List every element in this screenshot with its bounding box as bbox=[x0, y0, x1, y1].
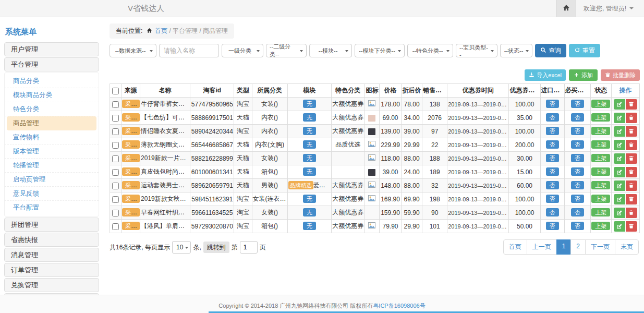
imported-toggle-button[interactable]: 否 bbox=[546, 167, 559, 176]
row-checkbox[interactable] bbox=[112, 101, 119, 108]
imported-toggle-button[interactable]: 否 bbox=[546, 195, 559, 203]
must-buy-toggle-button[interactable]: 否 bbox=[571, 181, 584, 189]
page-number-button[interactable]: 2 bbox=[570, 239, 586, 255]
sidebar-submenu-item[interactable]: 模块商品分类 bbox=[5, 88, 99, 102]
delete-button[interactable] bbox=[626, 221, 637, 232]
filter-select-feature-category[interactable]: --特色分类-- bbox=[407, 44, 453, 57]
edit-button[interactable] bbox=[614, 167, 625, 177]
status-button[interactable]: 上架 bbox=[591, 181, 610, 189]
edit-button[interactable] bbox=[614, 99, 625, 110]
filter-select-level1-category[interactable]: 一级分类 bbox=[222, 44, 263, 57]
must-buy-toggle-button[interactable]: 否 bbox=[571, 113, 584, 122]
sidebar-submenu-item[interactable]: 宣传物料 bbox=[5, 130, 99, 145]
status-button[interactable]: 上架 bbox=[591, 195, 610, 203]
batch-delete-button[interactable]: 批量删除 bbox=[601, 69, 640, 81]
jump-button[interactable]: 跳转到 bbox=[203, 242, 229, 253]
filter-select-data-source[interactable]: --数据来源-- bbox=[110, 44, 156, 57]
page-first-button[interactable]: 首页 bbox=[503, 239, 527, 255]
edit-button[interactable] bbox=[614, 126, 625, 137]
sidebar-group-item[interactable]: 消息管理 bbox=[4, 248, 99, 262]
must-buy-toggle-button[interactable]: 否 bbox=[571, 222, 584, 230]
sidebar-submenu-item-active[interactable]: 商品管理 bbox=[7, 116, 96, 130]
status-button[interactable]: 上架 bbox=[591, 222, 610, 230]
row-checkbox[interactable] bbox=[112, 115, 119, 122]
sidebar-group-item[interactable]: 省惠快报 bbox=[4, 233, 99, 247]
sidebar-group-item[interactable]: 平台管理 bbox=[4, 57, 99, 71]
sidebar-submenu-item[interactable]: 商品分类 bbox=[5, 74, 99, 88]
delete-button[interactable] bbox=[626, 208, 637, 218]
reset-button[interactable]: 重置 bbox=[569, 44, 600, 57]
page-number-button[interactable]: 1 bbox=[556, 239, 572, 255]
edit-button[interactable] bbox=[614, 221, 625, 232]
select-all-checkbox[interactable] bbox=[112, 88, 119, 94]
status-button[interactable]: 上架 bbox=[591, 127, 610, 135]
jump-page-input[interactable] bbox=[240, 241, 258, 254]
edit-button[interactable] bbox=[614, 208, 625, 218]
row-checkbox[interactable] bbox=[112, 196, 119, 203]
must-buy-toggle-button[interactable]: 否 bbox=[571, 140, 584, 149]
delete-button[interactable] bbox=[626, 167, 637, 177]
edit-button[interactable] bbox=[614, 140, 625, 150]
sidebar-submenu-item[interactable]: 版本管理 bbox=[5, 145, 99, 159]
imported-toggle-button[interactable]: 否 bbox=[546, 208, 559, 216]
status-button[interactable]: 上架 bbox=[591, 208, 610, 216]
must-buy-toggle-button[interactable]: 否 bbox=[571, 100, 584, 108]
import-excel-button[interactable]: 导入excel bbox=[525, 69, 566, 81]
delete-button[interactable] bbox=[626, 126, 637, 137]
imported-toggle-button[interactable]: 否 bbox=[546, 181, 559, 189]
must-buy-toggle-button[interactable]: 否 bbox=[571, 127, 584, 135]
row-checkbox[interactable] bbox=[112, 128, 119, 135]
imported-toggle-button[interactable]: 否 bbox=[546, 154, 559, 162]
home-button[interactable] bbox=[556, 0, 576, 17]
page-last-button[interactable]: 末页 bbox=[615, 239, 639, 255]
status-button[interactable]: 上架 bbox=[591, 140, 610, 149]
filter-select-item-type[interactable]: --宝贝类型-- bbox=[456, 44, 497, 57]
sidebar-group-item[interactable]: 用户管理 bbox=[4, 42, 99, 56]
status-button[interactable]: 上架 bbox=[591, 100, 610, 108]
edit-button[interactable] bbox=[614, 194, 625, 204]
sidebar-group-item[interactable]: 拼团管理 bbox=[4, 218, 99, 232]
must-buy-toggle-button[interactable]: 否 bbox=[571, 195, 584, 203]
sidebar-submenu-item[interactable]: 意见反馈 bbox=[5, 187, 99, 201]
imported-toggle-button[interactable]: 否 bbox=[546, 100, 559, 108]
delete-button[interactable] bbox=[626, 140, 637, 150]
edit-button[interactable] bbox=[614, 180, 625, 191]
filter-select-status[interactable]: --状态-- bbox=[500, 44, 532, 57]
must-buy-toggle-button[interactable]: 否 bbox=[571, 167, 584, 176]
sidebar-group-item[interactable]: 订单管理 bbox=[4, 263, 99, 277]
row-checkbox[interactable] bbox=[112, 155, 119, 162]
delete-button[interactable] bbox=[626, 180, 637, 191]
page-next-button[interactable]: 下一页 bbox=[585, 239, 615, 255]
row-checkbox[interactable] bbox=[112, 169, 119, 176]
status-button[interactable]: 上架 bbox=[591, 113, 610, 122]
name-search-input[interactable] bbox=[159, 44, 219, 57]
imported-toggle-button[interactable]: 否 bbox=[546, 127, 559, 135]
delete-button[interactable] bbox=[626, 194, 637, 204]
must-buy-toggle-button[interactable]: 否 bbox=[571, 154, 584, 162]
edit-button[interactable] bbox=[614, 153, 625, 164]
delete-button[interactable] bbox=[626, 153, 637, 164]
sidebar-submenu-item[interactable]: 轮播管理 bbox=[5, 159, 99, 173]
status-button[interactable]: 上架 bbox=[591, 154, 610, 162]
per-page-select[interactable]: 10 bbox=[172, 241, 191, 254]
breadcrumb-home-link[interactable]: 首页 bbox=[155, 27, 167, 34]
page-prev-button[interactable]: 上一页 bbox=[527, 239, 557, 255]
row-checkbox[interactable] bbox=[112, 142, 119, 149]
row-checkbox[interactable] bbox=[112, 210, 119, 216]
filter-select-level2-category[interactable]: --二级分类-- bbox=[266, 44, 307, 57]
status-button[interactable]: 上架 bbox=[591, 167, 610, 176]
imported-toggle-button[interactable]: 否 bbox=[546, 140, 559, 149]
add-button[interactable]: 添加 bbox=[569, 69, 598, 81]
imported-toggle-button[interactable]: 否 bbox=[546, 113, 559, 122]
sidebar-group-item[interactable]: 兑换管理 bbox=[4, 278, 99, 292]
delete-button[interactable] bbox=[626, 113, 637, 123]
edit-button[interactable] bbox=[614, 113, 625, 123]
sidebar-submenu-item[interactable]: 特色分类 bbox=[5, 102, 99, 116]
filter-select-module[interactable]: --模块-- bbox=[309, 44, 352, 57]
sidebar-submenu-item[interactable]: 启动页管理 bbox=[5, 173, 99, 187]
icp-link[interactable]: 粤ICP备16098006号 bbox=[373, 303, 425, 309]
user-menu[interactable]: 欢迎您, 管理员! bbox=[584, 4, 634, 13]
sidebar-submenu-item[interactable]: 平台配置 bbox=[5, 201, 99, 215]
row-checkbox[interactable] bbox=[112, 223, 119, 230]
search-button[interactable]: 查询 bbox=[535, 44, 566, 57]
